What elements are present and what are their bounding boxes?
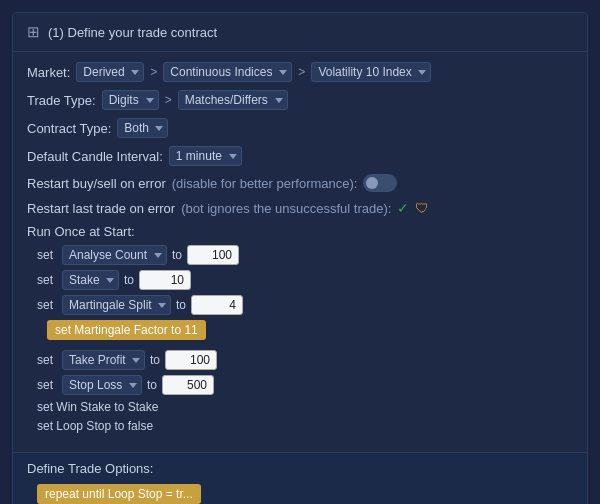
contract-type-select[interactable]: Both — [117, 118, 168, 138]
panel-body: Market: Derived > Continuous Indices > V… — [13, 52, 587, 448]
market-derived-select[interactable]: Derived — [76, 62, 144, 82]
panel-header: ⊞ (1) Define your trade contract — [13, 13, 587, 52]
restart-lasttrade-row: Restart last trade on error (bot ignores… — [27, 200, 573, 216]
trade-type-label: Trade Type: — [27, 93, 96, 108]
market-arrow1: > — [150, 65, 157, 79]
market-label: Market: — [27, 65, 70, 80]
restart-buysell-row: Restart buy/sell on error (disable for b… — [27, 174, 573, 192]
main-panel: ⊞ (1) Define your trade contract Market:… — [12, 12, 588, 504]
candle-interval-label: Default Candle Interval: — [27, 149, 163, 164]
candle-interval-row: Default Candle Interval: 1 minute — [27, 146, 573, 166]
set-value-input-4[interactable] — [165, 350, 217, 370]
set-row-4: set Take Profit to — [27, 350, 573, 370]
set-value-input-2[interactable] — [191, 295, 243, 315]
set-to-5: to — [147, 378, 157, 392]
restart-buysell-toggle[interactable] — [363, 174, 397, 192]
set-value-input-5[interactable] — [162, 375, 214, 395]
set-keyword-1: set — [37, 273, 57, 287]
set-keyword-4: set — [37, 353, 57, 367]
set-value-input-0[interactable] — [187, 245, 239, 265]
set-row-1: set Stake to — [27, 270, 573, 290]
set-value-input-1[interactable] — [139, 270, 191, 290]
trade-type-row: Trade Type: Digits > Matches/Differs — [27, 90, 573, 110]
set-row-2: set Martingale Split to — [27, 295, 573, 315]
trade-type-matches-select[interactable]: Matches/Differs — [178, 90, 288, 110]
set-var-select-5[interactable]: Stop Loss — [62, 375, 142, 395]
restart-lasttrade-sublabel: (bot ignores the unsuccessful trade): — [181, 201, 391, 216]
set-row-5: set Stop Loss to — [27, 375, 573, 395]
set-to-2: to — [176, 298, 186, 312]
static-row-loop-stop: set Loop Stop to false — [27, 419, 573, 433]
static-row-win-stake: set Win Stake to Stake — [27, 400, 573, 414]
contract-type-label: Contract Type: — [27, 121, 111, 136]
set-row-0: set Analyse Count to — [27, 245, 573, 265]
checkmark-icon: ✓ — [397, 200, 409, 216]
contract-type-row: Contract Type: Both — [27, 118, 573, 138]
run-once-label: Run Once at Start: — [27, 224, 573, 239]
set-var-select-0[interactable]: Analyse Count — [62, 245, 167, 265]
market-continuous-select[interactable]: Continuous Indices — [163, 62, 292, 82]
candle-interval-select[interactable]: 1 minute — [169, 146, 242, 166]
set-var-select-1[interactable]: Stake — [62, 270, 119, 290]
market-arrow2: > — [298, 65, 305, 79]
set-keyword-0: set — [37, 248, 57, 262]
set-to-0: to — [172, 248, 182, 262]
set-var-select-2[interactable]: Martingale Split — [62, 295, 171, 315]
repeat-until-text: repeat until Loop Stop = tr... — [37, 484, 201, 504]
highlighted-row-martingale: set Martingale Factor to 11 — [27, 320, 573, 345]
market-volatility-select[interactable]: Volatility 10 Index — [311, 62, 431, 82]
define-trade-header: Define Trade Options: — [27, 461, 573, 476]
restart-lasttrade-label: Restart last trade on error — [27, 201, 175, 216]
set-to-4: to — [150, 353, 160, 367]
panel-icon: ⊞ — [27, 23, 40, 41]
trade-type-arrow: > — [165, 93, 172, 107]
set-var-select-4[interactable]: Take Profit — [62, 350, 145, 370]
define-trade-section: Define Trade Options: repeat until Loop … — [13, 452, 587, 504]
set-to-1: to — [124, 273, 134, 287]
run-once-section: Run Once at Start: set Analyse Count to … — [27, 224, 573, 433]
market-row: Market: Derived > Continuous Indices > V… — [27, 62, 573, 82]
martingale-factor-text: set Martingale Factor to 11 — [47, 320, 206, 340]
panel-title: (1) Define your trade contract — [48, 25, 217, 40]
shield-icon: 🛡 — [415, 200, 429, 216]
set-keyword-2: set — [37, 298, 57, 312]
set-keyword-5: set — [37, 378, 57, 392]
restart-buysell-sublabel: (disable for better performance): — [172, 176, 358, 191]
repeat-row-wrap: repeat until Loop Stop = tr... — [27, 484, 573, 504]
trade-type-digits-select[interactable]: Digits — [102, 90, 159, 110]
restart-buysell-label: Restart buy/sell on error — [27, 176, 166, 191]
